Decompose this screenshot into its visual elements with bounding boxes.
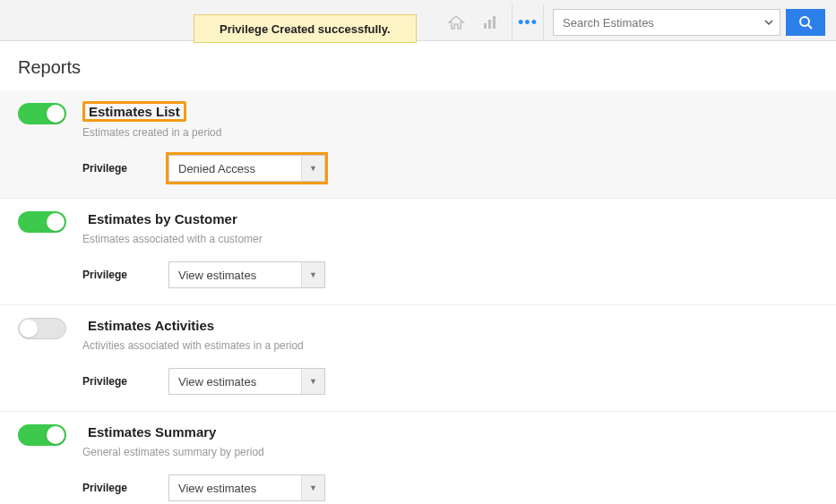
report-title: Estimates Activities [82,316,220,335]
search-wrap [553,9,825,36]
privilege-select-value: View estimates [169,375,301,389]
more-icon[interactable]: ••• [512,4,544,40]
page-title: Reports [0,41,836,90]
toggle-col [18,209,82,233]
toggle-col [18,316,82,339]
report-content: Estimates by CustomerEstimates associate… [82,209,818,288]
chevron-down-icon: ▼ [301,156,324,181]
toggle-col [18,101,82,124]
svg-rect-1 [488,20,491,29]
toggle-col [18,423,82,446]
toggle-knob [47,213,65,231]
report-toggle[interactable] [18,318,66,339]
privilege-row: PrivilegeDenied Access▼ [82,155,818,182]
report-row: Estimates by CustomerEstimates associate… [0,199,836,305]
privilege-select[interactable]: Denied Access▼ [168,155,325,182]
chevron-down-icon: ▼ [301,475,324,500]
topbar: Privilege Created successfully. ••• [0,0,836,41]
search-input[interactable] [553,9,780,36]
report-desc: Estimates associated with a customer [82,233,818,245]
report-content: Estimates ListEstimates created in a per… [82,101,818,182]
search-button[interactable] [786,9,825,36]
stats-icon[interactable] [478,10,503,35]
privilege-select[interactable]: View estimates▼ [168,368,325,395]
report-desc: General estimates summary by period [82,446,818,458]
privilege-label: Privilege [82,482,168,494]
report-content: Estimates SummaryGeneral estimates summa… [82,423,818,501]
topbar-right: ••• [444,4,825,40]
report-title: Estimates by Customer [82,209,243,228]
report-toggle[interactable] [18,424,66,446]
privilege-select[interactable]: View estimates▼ [168,261,325,288]
toggle-knob [47,426,65,444]
reports-list: Estimates ListEstimates created in a per… [0,90,836,504]
report-desc: Activities associated with estimates in … [82,339,818,352]
report-row: Estimates ListEstimates created in a per… [0,90,836,199]
privilege-row: PrivilegeView estimates▼ [82,368,818,395]
privilege-select-value: View estimates [169,482,301,495]
svg-line-4 [808,25,812,29]
privilege-label: Privilege [82,162,168,175]
report-content: Estimates ActivitiesActivities associate… [82,316,818,395]
report-toggle[interactable] [18,103,66,124]
svg-rect-0 [484,23,487,29]
chevron-down-icon: ▼ [301,369,324,394]
privilege-select-value: Denied Access [169,162,301,175]
report-toggle[interactable] [18,211,66,233]
toast-success: Privilege Created successfully. [194,14,417,43]
report-desc: Estimates created in a period [82,126,818,139]
search-dropdown-icon[interactable] [759,9,779,36]
svg-rect-2 [493,16,496,29]
report-title: Estimates List [82,101,186,122]
report-row: Estimates SummaryGeneral estimates summa… [0,412,836,504]
privilege-select[interactable]: View estimates▼ [168,474,325,501]
privilege-label: Privilege [82,269,168,281]
chevron-down-icon: ▼ [301,262,324,287]
toggle-knob [47,105,65,123]
report-title: Estimates Summary [82,423,221,441]
toggle-knob [20,320,38,337]
home-icon[interactable] [444,10,469,35]
search-icon [798,15,813,30]
privilege-select-value: View estimates [169,269,301,282]
report-row: Estimates ActivitiesActivities associate… [0,305,836,412]
privilege-row: PrivilegeView estimates▼ [82,261,818,288]
privilege-label: Privilege [82,375,168,388]
svg-point-3 [800,17,809,26]
privilege-row: PrivilegeView estimates▼ [82,474,818,501]
